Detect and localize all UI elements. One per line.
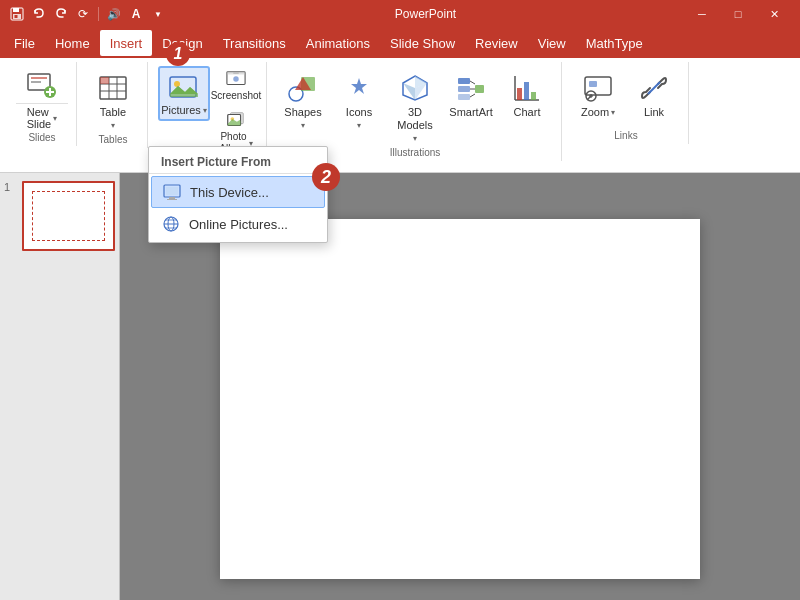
- links-group-label: Links: [572, 130, 680, 144]
- new-slide-icon: [26, 70, 58, 102]
- pictures-button[interactable]: Pictures ▾: [158, 66, 210, 121]
- menu-slideshow[interactable]: Slide Show: [380, 30, 465, 56]
- slide-canvas[interactable]: [220, 219, 700, 579]
- zoom-icon: [582, 72, 614, 104]
- chart-label: Chart: [514, 106, 541, 119]
- tables-group-label: Tables: [87, 134, 139, 148]
- screenshot-icon: [226, 69, 246, 89]
- svg-point-20: [233, 76, 238, 81]
- slide-panel: 1: [0, 173, 120, 600]
- smartart-icon: [455, 72, 487, 104]
- ribbon-group-tables: Table ▾ Tables: [79, 62, 148, 148]
- images-buttons: Pictures ▾ Screenshot: [158, 62, 258, 158]
- svg-rect-35: [458, 94, 470, 100]
- ribbon-group-slides: NewSlide ▾ Slides: [8, 62, 77, 146]
- svg-rect-42: [517, 88, 522, 100]
- 3d-models-icon: [399, 72, 431, 104]
- 3d-models-label: 3DModels: [397, 106, 432, 132]
- save-icon[interactable]: [8, 5, 26, 23]
- slide-number: 1: [4, 181, 18, 193]
- title-bar: ⟳ 🔊 A ▼ PowerPoint ─ □ ✕: [0, 0, 800, 28]
- shapes-button[interactable]: Shapes ▾: [277, 66, 329, 134]
- pictures-label: Pictures: [161, 104, 201, 117]
- screenshot-label: Screenshot: [211, 90, 262, 102]
- table-label: Table: [100, 106, 126, 119]
- link-button[interactable]: Link: [628, 66, 680, 130]
- redo-icon[interactable]: [52, 5, 70, 23]
- undo-icon[interactable]: [30, 5, 48, 23]
- svg-rect-5: [31, 77, 47, 79]
- svg-rect-46: [589, 81, 597, 87]
- zoom-label: Zoom: [581, 106, 609, 119]
- svg-rect-21: [233, 73, 238, 74]
- link-label: Link: [644, 106, 664, 119]
- svg-rect-1: [13, 8, 19, 12]
- this-device-option[interactable]: This Device... 2: [151, 176, 325, 208]
- svg-rect-33: [458, 78, 470, 84]
- svg-rect-54: [167, 199, 177, 200]
- menu-animations[interactable]: Animations: [296, 30, 380, 56]
- new-slide-top[interactable]: [16, 66, 68, 104]
- separator: [98, 7, 99, 21]
- svg-line-38: [470, 94, 475, 97]
- svg-rect-43: [524, 82, 529, 100]
- window-title: PowerPoint: [173, 7, 678, 21]
- chart-icon: [511, 72, 543, 104]
- online-pictures-option[interactable]: Online Pictures...: [149, 208, 327, 240]
- chart-button[interactable]: Chart: [501, 66, 553, 130]
- slide-thumb-box[interactable]: [22, 181, 115, 251]
- svg-rect-6: [31, 81, 41, 83]
- ribbon-group-links: Zoom ▾ Link Links: [564, 62, 689, 144]
- table-dropdown-arrow: ▾: [111, 121, 115, 130]
- menu-transitions[interactable]: Transitions: [213, 30, 296, 56]
- customize-icon[interactable]: ▼: [149, 5, 167, 23]
- slides-buttons: NewSlide ▾: [16, 62, 68, 132]
- smartart-button[interactable]: SmartArt: [445, 66, 497, 130]
- shapes-label: Shapes: [284, 106, 321, 119]
- step2-badge: 2: [312, 163, 340, 191]
- repeat-icon[interactable]: ⟳: [74, 5, 92, 23]
- menu-review[interactable]: Review: [465, 30, 528, 56]
- shapes-icon: [287, 72, 319, 104]
- minimize-button[interactable]: ─: [684, 0, 720, 28]
- menu-insert[interactable]: Insert: [100, 30, 153, 56]
- insert-picture-dropdown: Insert Picture From This Device... 2: [148, 146, 328, 243]
- svg-rect-3: [15, 15, 18, 18]
- close-button[interactable]: ✕: [756, 0, 792, 28]
- zoom-dropdown-arrow: ▾: [611, 108, 615, 117]
- menu-home[interactable]: Home: [45, 30, 100, 56]
- slide-placeholder: [32, 191, 105, 241]
- menu-file[interactable]: File: [4, 30, 45, 56]
- svg-rect-53: [169, 197, 175, 199]
- svg-rect-15: [100, 77, 109, 84]
- tables-buttons: Table ▾: [87, 62, 139, 134]
- menu-view[interactable]: View: [528, 30, 576, 56]
- screenshot-button[interactable]: Screenshot: [214, 66, 258, 105]
- slides-group-label: Slides: [16, 132, 68, 146]
- zoom-button[interactable]: Zoom ▾: [572, 66, 624, 130]
- svg-rect-39: [475, 85, 484, 93]
- 3d-models-dropdown-arrow: ▾: [413, 134, 417, 143]
- icons-icon: [343, 72, 375, 104]
- illustrations-buttons: Shapes ▾ Icons ▾: [277, 62, 553, 147]
- slide-thumbnail: 1: [4, 181, 115, 251]
- new-slide-dropdown-arrow: ▾: [53, 114, 57, 123]
- online-pictures-label: Online Pictures...: [189, 217, 288, 232]
- menu-mathtype[interactable]: MathType: [576, 30, 653, 56]
- pictures-dropdown-arrow: ▾: [203, 106, 207, 115]
- this-device-icon: [162, 182, 182, 202]
- new-slide-button[interactable]: NewSlide ▾: [16, 66, 68, 132]
- icons-dropdown-arrow: ▾: [357, 121, 361, 130]
- new-slide-label[interactable]: NewSlide ▾: [16, 104, 68, 132]
- 3d-models-button[interactable]: 3DModels ▾: [389, 66, 441, 147]
- online-pictures-icon: [161, 214, 181, 234]
- shapes-dropdown-arrow: ▾: [301, 121, 305, 130]
- link-icon: [638, 72, 670, 104]
- speaker-icon[interactable]: 🔊: [105, 5, 123, 23]
- table-button[interactable]: Table ▾: [87, 66, 139, 134]
- screenshot-area: Screenshot PhotoAlbum: [214, 66, 258, 158]
- links-buttons: Zoom ▾ Link: [572, 62, 680, 130]
- font-icon[interactable]: A: [127, 5, 145, 23]
- icons-button[interactable]: Icons ▾: [333, 66, 385, 134]
- maximize-button[interactable]: □: [720, 0, 756, 28]
